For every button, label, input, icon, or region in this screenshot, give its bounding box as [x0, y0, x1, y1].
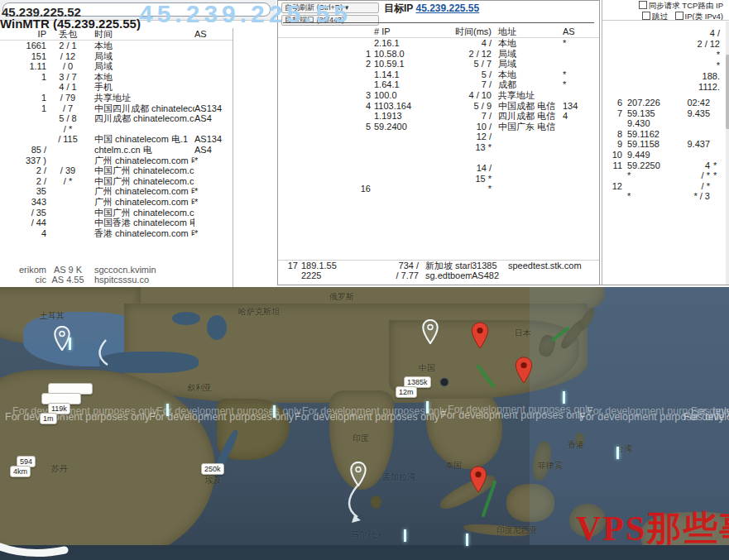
hop-row[interactable]: 16 * — [278, 184, 599, 194]
hop-row[interactable]: / 35 中国广州 chinatelecom.cn 信 — [0, 208, 233, 218]
hop-row[interactable]: 1 / 79 共享地址 — [0, 93, 233, 103]
hop-row[interactable]: * * / 3 — [607, 191, 725, 202]
hop-row[interactable]: 4 香港 chinatelecom.com 电 * — [0, 228, 233, 239]
checkbox-sync[interactable] — [639, 1, 647, 9]
hop-row[interactable]: 2 / / 39 中国广州 chinatelecom.cn 信 — [0, 165, 233, 176]
hop-row[interactable]: 2 / / * 中国广州 chinatelecom.cn 信 — [0, 176, 233, 187]
hop-ip: 2 / — [0, 165, 46, 176]
hop-address: 香港 chinatelecom.com 电 — [89, 228, 194, 239]
middle-footer: 17 189.1.55 734 / 新加坡 starhub.com 31385 … — [278, 260, 599, 281]
hop-row[interactable]: 151 / 12 局域 — [0, 51, 233, 62]
hop-loss: 5 / 8 — [46, 113, 89, 124]
hop-ip: 337 ) — [0, 156, 46, 166]
hop-row[interactable]: 2.16.1 4 / 本地 * — [278, 38, 599, 49]
map-label: 马尔代夫 — [351, 529, 384, 541]
fragment: 2 / 12 — [697, 39, 720, 50]
checkbox-skip[interactable] — [642, 12, 650, 20]
final-hop-row[interactable]: 17 189.1.55 734 / 新加坡 starhub.com 31385 … — [278, 261, 599, 271]
col-address: 地址 — [492, 26, 563, 37]
hop-address: 中国广州 chinatelecom.cn 信 — [89, 176, 194, 187]
black-sea — [172, 312, 200, 325]
dot-marker[interactable] — [440, 378, 449, 387]
map-label: 香港 — [568, 439, 584, 451]
hop-row[interactable]: 14 / — [278, 163, 599, 174]
hop-address: 局域 — [89, 61, 194, 72]
white-location-pin-icon[interactable] — [54, 326, 70, 354]
hop-row[interactable]: 10 9.449 — [607, 150, 725, 160]
hop-row[interactable] — [278, 153, 599, 164]
hop-row[interactable]: 6 207.226 02:42 — [607, 98, 725, 108]
hop-row[interactable]: 85 / chtelm.c.cn 电 AS4 — [0, 145, 233, 156]
hop-row[interactable]: 337 ) 广州 chinatelecom.com 电 * — [0, 156, 233, 166]
hop-row[interactable]: 1.11 / 0 局域 — [0, 61, 233, 72]
left-footer: erikom AS 9 K sgccocn.kvimin cic AS 4.55… — [0, 265, 233, 285]
distance-label: 12m — [396, 386, 417, 398]
hop-row[interactable]: 9 59.1158 9.437 — [607, 139, 725, 150]
hop-as: * — [194, 228, 233, 239]
hop-row[interactable]: / * — [0, 124, 233, 135]
hop-row[interactable]: 1 / 7 中国四川成都 chinatelecom.cn 电信 AS134 — [0, 103, 233, 114]
distance-label: 250k — [201, 463, 224, 475]
hop-row[interactable]: 11 59.2250 4 * — [607, 160, 725, 171]
hop-loss: / 0 — [46, 61, 89, 72]
hop-ip: 1 — [0, 72, 46, 83]
hop-ip: 151 — [0, 51, 46, 62]
right-trace-window: 同步请求 TCP路由 IP 跳过 IP(类 IPv4) 4 /2 / 12**1… — [602, 0, 729, 285]
hop-row[interactable]: 1.64.1 7 / 成都 * — [278, 79, 599, 90]
hop-row[interactable]: 5 59.2400 10 / 中国广东 电信 — [278, 122, 599, 132]
hop-row[interactable]: 1.14.1 5 / 本地 * — [278, 69, 599, 80]
hop-ip: 35 — [0, 186, 46, 197]
hop-loss — [46, 218, 89, 228]
white-location-pin-icon[interactable] — [422, 319, 439, 347]
hop-address: 中国四川成都 chinatelecom.cn 电信 — [89, 103, 194, 114]
route-map[interactable]: For development purposes only For develo… — [0, 287, 729, 560]
hop-row[interactable]: 12 / — [278, 132, 599, 142]
map-label: 苏丹 — [51, 463, 68, 475]
hop-row[interactable]: 4 / 1 手机 — [0, 82, 233, 93]
hop-row[interactable]: 2 10.59.1 5 / 7 局域 — [278, 59, 599, 69]
target-value[interactable]: 45.239.225.55 — [415, 2, 479, 14]
checkbox-ipv4[interactable] — [675, 12, 683, 20]
distance-label: 1m — [40, 413, 57, 424]
option-sync[interactable]: 同步请求 TCP路由 IP — [634, 1, 723, 12]
fragment: * — [697, 50, 720, 60]
hop-row[interactable]: 1 3 / 7 本地 — [0, 72, 233, 83]
hop-row[interactable]: 1.1913 7 / 四川成都 电信 4 — [278, 111, 599, 122]
red-location-pin-icon[interactable] — [515, 357, 534, 387]
hop-as: * — [194, 197, 233, 208]
hop-row[interactable] — [278, 194, 599, 205]
scrollbar-thumb[interactable] — [726, 55, 729, 129]
hop-row[interactable]: 1661 2 / 1 本地 — [0, 41, 233, 51]
white-location-pin-icon[interactable] — [350, 462, 367, 490]
hop-row[interactable]: 3 100.0 4 / 10 共享地址 — [278, 90, 599, 101]
hop-row[interactable]: 1 10.58.0 2 / 12 局域 — [278, 49, 599, 60]
hop-ip — [0, 82, 46, 93]
hop-row[interactable]: 4 1103.164 5 / 9 中国成都 电信 134 — [278, 101, 599, 112]
hop-row[interactable]: 35 广州 chinatelecom.com 电 * — [0, 186, 233, 197]
hop-as: AS134 — [194, 103, 233, 114]
hop-row[interactable]: 8 59.1162 — [607, 129, 725, 140]
hop-loss: / 39 — [46, 165, 89, 176]
hop-row[interactable]: 9.430 — [607, 118, 725, 129]
hop-row[interactable]: / 115 中国 chinatelecom 电.1 AS134 — [0, 134, 233, 145]
map-label: 土耳其 — [40, 310, 65, 322]
hop-row[interactable]: 7 59.135 9.435 — [607, 108, 725, 119]
hop-row[interactable]: / 44 中国香港 chinatelecom 电信 — [0, 218, 233, 228]
hop-row[interactable]: 15 * — [278, 174, 599, 184]
footer-row: erikom AS 9 K sgccocn.kvimin — [0, 265, 233, 275]
hop-row[interactable]: 12 / * — [607, 181, 725, 192]
scrollbar[interactable] — [726, 22, 729, 285]
hop-row[interactable]: 5 / 8 四川成都 chinatelecom.com 电 AS4 — [0, 113, 233, 124]
red-location-pin-icon[interactable] — [471, 322, 490, 352]
hop-loss — [46, 145, 89, 156]
red-location-pin-icon[interactable] — [469, 466, 488, 496]
hop-ip: / 35 — [0, 208, 46, 218]
hop-row[interactable]: 13 * — [278, 142, 599, 153]
final-hop-row[interactable]: 2225 / 7.77 sg.edtboem AS482 — [278, 270, 599, 281]
hop-row[interactable]: * / * * — [607, 170, 725, 181]
hop-row[interactable]: 343 广州 chinatelecom.com 电 * — [0, 197, 233, 208]
option-ip[interactable]: 跳过 IP(类 IPv4) — [634, 12, 723, 22]
dev-watermark: For development purposes only For develo… — [683, 411, 729, 423]
hop-address — [89, 124, 194, 135]
hop-loss: / 79 — [46, 93, 89, 103]
